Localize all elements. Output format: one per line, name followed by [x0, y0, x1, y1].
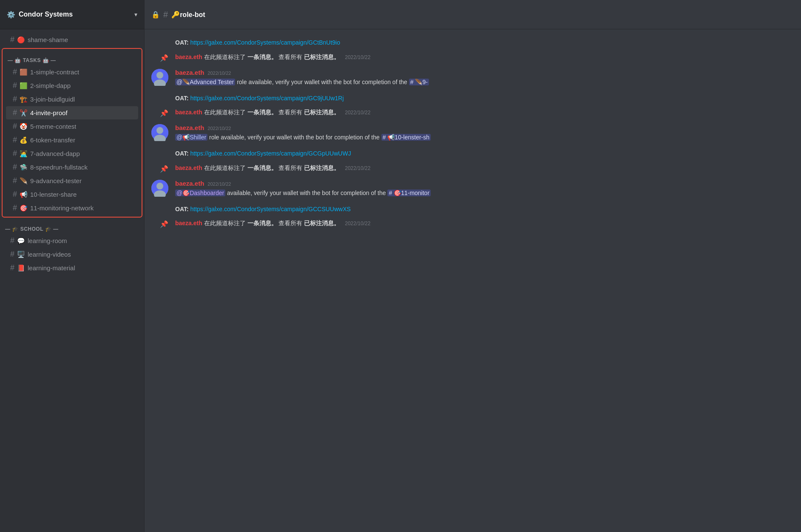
channel-item-2-simple-dapp[interactable]: # 🟩 2-simple-dapp	[6, 79, 138, 92]
channel-ref-2: # 📢10-lenster-sh	[381, 134, 431, 141]
message-text-2: @📢Shiller role available, verify your wa…	[175, 133, 794, 142]
pin-icon-3: 📌	[151, 165, 168, 173]
oat-link-1[interactable]: https://galxe.com/CondorSystems/campaign…	[190, 39, 341, 46]
sidebar: ⚙️ Condor Systems ▾ # 🔴 shame-shame — 🤖 …	[0, 0, 145, 532]
oat-label-3: OAT:	[175, 150, 189, 157]
lock-icon: 🔒	[151, 11, 160, 19]
avatar-3	[151, 180, 168, 197]
message-text-3: @🎯Dashboarder available, verify your wal…	[175, 189, 794, 198]
channel-name: learning-room	[28, 237, 67, 244]
channel-item-learning-room[interactable]: # 💬 learning-room	[3, 234, 141, 247]
channel-hash-icon: #	[13, 149, 17, 158]
message-header-2: baeza.eth 2022/10/22	[175, 124, 794, 131]
channel-item-10-lenster-share[interactable]: # 📢 10-lenster-share	[6, 188, 138, 201]
channel-name: 11-monitoring-network	[30, 204, 94, 212]
message-timestamp-3: 2022/10/22	[207, 181, 231, 187]
message-body-1: baeza.eth 2022/10/22 @🪶Advanced Tester r…	[175, 69, 794, 87]
oat-line-3: OAT: https://galxe.com/CondorSystems/cam…	[145, 147, 801, 161]
server-header[interactable]: ⚙️ Condor Systems ▾	[0, 0, 144, 29]
channel-item-learning-videos[interactable]: # 🖥️ learning-videos	[3, 248, 141, 261]
channel-name: 5-meme-contest	[30, 123, 76, 130]
message-author-2: baeza.eth	[175, 124, 204, 131]
server-icon: ⚙️	[7, 11, 15, 19]
school-category-header: — 🎓 SCHOOL 🎓 —	[0, 219, 144, 234]
oat-link-4[interactable]: https://galxe.com/CondorSystems/campaign…	[190, 206, 351, 212]
pinned-bold1: 一条消息。	[247, 54, 277, 60]
channel-name: 2-simple-dapp	[30, 82, 71, 89]
svg-point-1	[156, 72, 163, 79]
channel-hash-icon: #	[13, 81, 17, 90]
channel-item-11-monitoring-network[interactable]: # 🎯 11-monitoring-network	[6, 201, 138, 215]
oat-line-2: OAT: https://galxe.com/CondorSystems/cam…	[145, 92, 801, 105]
message-group-1: baeza.eth 2022/10/22 @🪶Advanced Tester r…	[145, 65, 801, 90]
channel-item-6-token-transfer[interactable]: # 💰 6-token-transfer	[6, 133, 138, 147]
channel-ref-1: # 🪶9-	[409, 79, 429, 85]
channel-item-shame-shame[interactable]: # 🔴 shame-shame	[3, 33, 141, 46]
channel-hash-icon: #	[13, 176, 17, 185]
svg-point-7	[156, 183, 163, 190]
message-group-3: baeza.eth 2022/10/22 @🎯Dashboarder avail…	[145, 176, 801, 201]
channel-item-7-advanced-dapp[interactable]: # 🧑‍💻 7-advanced-dapp	[6, 147, 138, 160]
messages-area: OAT: https://galxe.com/CondorSystems/cam…	[145, 29, 801, 532]
pinned-timestamp-1: 2022/10/22	[345, 54, 370, 60]
channel-hash-icon: #	[10, 35, 14, 44]
oat-label-2: OAT:	[175, 95, 189, 102]
oat-line-4: OAT: https://galxe.com/CondorSystems/cam…	[145, 203, 801, 216]
oat-link-3[interactable]: https://galxe.com/CondorSystems/campaign…	[190, 150, 351, 157]
oat-link-2[interactable]: https://galxe.com/CondorSystems/campaign…	[190, 95, 344, 102]
channel-item-3-join-buidlguidl[interactable]: # 🏗️ 3-join-buidlguidl	[6, 93, 138, 106]
oat-label: OAT:	[175, 39, 189, 46]
channel-hash-icon: #	[13, 108, 17, 117]
channel-item-1-simple-contract[interactable]: # 🟫 1-simple-contract	[6, 65, 138, 79]
channel-header-hash: #	[163, 10, 168, 20]
channel-name: 1-simple-contract	[30, 68, 79, 76]
channel-ref-3: # 🎯11-monitor	[387, 190, 431, 196]
pinned-text1: 在此频道标注了	[204, 54, 246, 60]
pin-icon-4: 📌	[151, 220, 168, 228]
channel-hash-icon: #	[13, 136, 17, 144]
pinned-message-1: 📌 baeza.eth 在此频道标注了 一条消息。 查看所有 已标注消息。 20…	[145, 51, 801, 64]
channel-list: # 🔴 shame-shame — 🤖 TASKS 🤖 — # 🟫 1-simp…	[0, 29, 144, 532]
channel-hash-icon: #	[13, 95, 17, 104]
message-author-1: baeza.eth	[175, 69, 204, 76]
role-mention-shiller: @📢Shiller	[175, 134, 207, 141]
chevron-down-icon[interactable]: ▾	[134, 11, 137, 18]
message-body-2: baeza.eth 2022/10/22 @📢Shiller role avai…	[175, 124, 794, 142]
avatar-2	[151, 124, 168, 141]
pinned-author: baeza.eth	[175, 54, 202, 60]
pinned-content-2: baeza.eth 在此频道标注了 一条消息。 查看所有 已标注消息。 2022…	[175, 108, 794, 117]
channel-name: 10-lenster-share	[30, 191, 77, 198]
channel-emoji: 🔴	[17, 36, 25, 44]
tasks-section: — 🤖 TASKS 🤖 — # 🟫 1-simple-contract # 🟩 …	[2, 48, 142, 218]
channel-item-8-speedrun-fullstack[interactable]: # 🛸 8-speedrun-fullstack	[6, 161, 138, 174]
channel-item-learning-material[interactable]: # 📕 learning-material	[3, 261, 141, 274]
pinned-message-4: 📌 baeza.eth 在此频道标注了 一条消息。 查看所有 已标注消息。 20…	[145, 218, 801, 230]
pin-icon: 📌	[151, 54, 168, 62]
pinned-text2: 查看所有	[278, 54, 302, 60]
tasks-category-header: — 🤖 TASKS 🤖 —	[3, 51, 142, 65]
message-group-2: baeza.eth 2022/10/22 @📢Shiller role avai…	[145, 121, 801, 145]
main-content: 🔒 # 🔑role-bot OAT: https://galxe.com/Con…	[145, 0, 801, 532]
channel-item-4-invite-proof[interactable]: # ✂️ 4-invite-proof 👤+	[6, 106, 138, 119]
server-name: ⚙️ Condor Systems	[7, 11, 73, 19]
channel-name: shame-shame	[28, 36, 68, 43]
role-mention-dashboarder: @🎯Dashboarder	[175, 190, 225, 196]
channel-header-name: 🔑role-bot	[171, 11, 205, 19]
pinned-bold2: 已标注消息。	[304, 54, 340, 60]
pinned-content-4: baeza.eth 在此频道标注了 一条消息。 查看所有 已标注消息。 2022…	[175, 219, 794, 228]
message-timestamp-2: 2022/10/22	[207, 126, 231, 131]
channel-item-5-meme-contest[interactable]: # 🤡 5-meme-contest	[6, 120, 138, 133]
pinned-author-2: baeza.eth	[175, 109, 202, 116]
pinned-message-2: 📌 baeza.eth 在此频道标注了 一条消息。 查看所有 已标注消息。 20…	[145, 107, 801, 119]
message-text-1: @🪶Advanced Tester role available, verify…	[175, 78, 794, 87]
message-header-3: baeza.eth 2022/10/22	[175, 180, 794, 187]
channel-header: 🔒 # 🔑role-bot	[145, 0, 801, 29]
role-mention-1: @🪶Advanced Tester	[175, 79, 235, 85]
channel-name: 4-invite-proof	[30, 109, 68, 116]
pinned-content-3: baeza.eth 在此频道标注了 一条消息。 查看所有 已标注消息。 2022…	[175, 164, 794, 173]
message-body-3: baeza.eth 2022/10/22 @🎯Dashboarder avail…	[175, 180, 794, 198]
channel-item-9-advanced-tester[interactable]: # 🪶 9-advanced-tester	[6, 174, 138, 187]
channel-name: 3-join-buidlguidl	[30, 96, 75, 103]
channel-name: 7-advanced-dapp	[30, 150, 80, 157]
pinned-content-1: baeza.eth 在此频道标注了 一条消息。 查看所有 已标注消息。 2022…	[175, 53, 794, 62]
